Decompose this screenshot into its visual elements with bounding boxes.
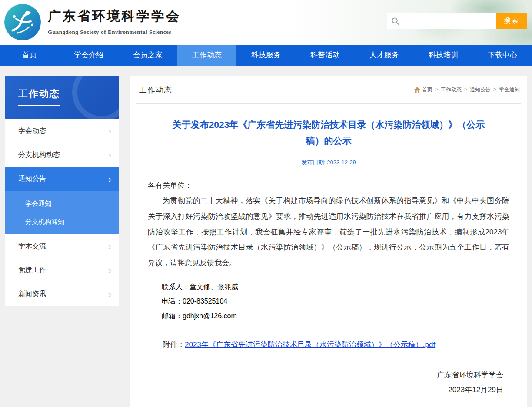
sidebar-menu: 学会动态 › 分支机构动态 › 通知公告 › 学会通知 分支机构通知 学术交流 xyxy=(5,119,119,306)
contact-block: 联系人：童文修、张兆威 电话：020-83525104 邮箱：gdhjxh@12… xyxy=(148,280,509,324)
sidebar-subitem-branch-notice[interactable]: 分支机构通知 xyxy=(5,213,119,231)
sidebar-title: 工作动态 xyxy=(18,87,60,106)
breadcrumb-home[interactable]: 首页 xyxy=(422,86,432,93)
breadcrumb-work-news[interactable]: 工作动态 xyxy=(432,86,462,93)
chevron-right-icon: › xyxy=(108,150,111,159)
nav-item-work-news[interactable]: 工作动态 xyxy=(177,45,236,66)
contact-phone: 电话：020-83525104 xyxy=(148,294,509,309)
content: 工作动态 学会动态 › 分支机构动态 › 通知公告 › 学会通知 分支机构通知 xyxy=(5,76,527,407)
chevron-right-icon: › xyxy=(108,242,111,250)
sidebar-item-news-info[interactable]: 新闻资讯 › xyxy=(5,282,119,306)
article-paragraph: 为贯彻党的二十大精神，落实《关于构建市场导向的绿色技术创新体系的指导意见》和《中… xyxy=(148,193,509,270)
article: 关于发布2023年《广东省先进污染防治技术目录（水污染防治领域）》（公示稿）的公… xyxy=(136,117,521,397)
site-header: 广东省环境科学学会 Guangdong Society of Environme… xyxy=(0,0,532,45)
breadcrumb-notices[interactable]: 通知公告 xyxy=(462,86,491,93)
sidebar-header: 工作动态 xyxy=(5,76,119,119)
signature-name: 广东省环境科学学会 xyxy=(148,368,503,383)
contact-email: 邮箱：gdhjxh@126.com xyxy=(148,309,509,324)
breadcrumb-society-notice[interactable]: 学会通知 xyxy=(491,86,520,93)
chevron-right-icon: › xyxy=(108,127,111,135)
home-icon xyxy=(414,87,420,93)
contact-person: 联系人：童文修、张兆威 xyxy=(148,280,509,294)
main-header: 工作动态 首页 工作动态 通知公告 学会通知 xyxy=(136,76,521,104)
sidebar: 工作动态 学会动态 › 分支机构动态 › 通知公告 › 学会通知 分支机构通知 xyxy=(5,76,119,306)
nav-item-tech-training[interactable]: 科技培训 xyxy=(414,45,473,66)
nav-item-home[interactable]: 首页 xyxy=(0,45,59,66)
site-title-block: 广东省环境科学学会 Guangdong Society of Environme… xyxy=(48,7,181,36)
nav-item-members[interactable]: 会员之家 xyxy=(118,45,177,66)
site-title: 广东省环境科学学会 xyxy=(48,7,181,25)
sidebar-item-label: 学会动态 xyxy=(18,127,46,136)
section-title: 工作动态 xyxy=(139,85,172,95)
chevron-right-icon: › xyxy=(108,290,111,298)
site-logo[interactable] xyxy=(4,4,41,40)
article-title: 关于发布2023年《广东省先进污染防治技术目录（水污染防治领域）》（公示稿）的公… xyxy=(163,117,494,149)
sidebar-item-notices[interactable]: 通知公告 › xyxy=(5,167,119,191)
article-salutation: 各有关单位： xyxy=(148,178,509,193)
sidebar-item-branch-news[interactable]: 分支机构动态 › xyxy=(5,143,119,167)
attachment-pdf-link[interactable]: 2023年《广东省先进污染防治技术目录（水污染防治领域）》（公示稿）.pdf xyxy=(185,340,435,349)
sidebar-item-label: 党建工作 xyxy=(18,266,46,275)
sidebar-item-society-news[interactable]: 学会动态 › xyxy=(5,119,119,143)
sidebar-item-label: 新闻资讯 xyxy=(18,290,46,299)
search-input[interactable] xyxy=(387,13,496,29)
sidebar-subitem-society-notice[interactable]: 学会通知 xyxy=(5,194,119,213)
nav-item-talent-service[interactable]: 人才服务 xyxy=(355,45,414,66)
attachment-label: 附件： xyxy=(163,340,185,349)
sidebar-item-label: 分支机构动态 xyxy=(18,150,60,160)
nav-item-downloads[interactable]: 下载中心 xyxy=(473,45,532,66)
main-panel: 工作动态 首页 工作动态 通知公告 学会通知 关于发布2023年《广东省先进污染… xyxy=(130,76,527,407)
sidebar-submenu: 学会通知 分支机构通知 xyxy=(5,191,119,234)
nav-item-tech-service[interactable]: 科技服务 xyxy=(236,45,296,66)
nav-item-science-popularization[interactable]: 科普活动 xyxy=(296,45,355,66)
attachment-row: 附件：2023年《广东省先进污染防治技术目录（水污染防治领域）》（公示稿）.pd… xyxy=(148,340,509,350)
publish-date: 发布日期: 2023-12-29 xyxy=(148,159,509,167)
sidebar-item-label: 学术交流 xyxy=(18,242,46,251)
nav-item-about[interactable]: 学会介绍 xyxy=(59,45,118,66)
search-icon xyxy=(391,17,399,25)
sidebar-item-party-building[interactable]: 党建工作 › xyxy=(5,258,119,282)
search-area: 搜索 xyxy=(387,13,527,29)
signature-date: 2023年12月29日 xyxy=(148,383,503,397)
gses-logo-icon xyxy=(4,4,41,40)
article-body: 各有关单位： 为贯彻党的二十大精神，落实《关于构建市场导向的绿色技术创新体系的指… xyxy=(148,178,509,271)
site-subtitle: Guangdong Society of Environmental Scien… xyxy=(48,29,181,36)
sidebar-item-label: 通知公告 xyxy=(18,174,46,183)
top-nav: 首页 学会介绍 会员之家 工作动态 科技服务 科普活动 人才服务 科技培训 下载… xyxy=(0,45,532,66)
search-button[interactable]: 搜索 xyxy=(496,13,527,29)
signature-block: 广东省环境科学学会 2023年12月29日 xyxy=(148,368,509,397)
sidebar-item-academic-exchange[interactable]: 学术交流 › xyxy=(5,234,119,258)
breadcrumb: 首页 工作动态 通知公告 学会通知 xyxy=(414,86,520,93)
chevron-right-icon: › xyxy=(108,266,111,274)
chevron-right-icon: › xyxy=(108,175,111,183)
page: 广东省环境科学学会 Guangdong Society of Environme… xyxy=(0,0,532,407)
